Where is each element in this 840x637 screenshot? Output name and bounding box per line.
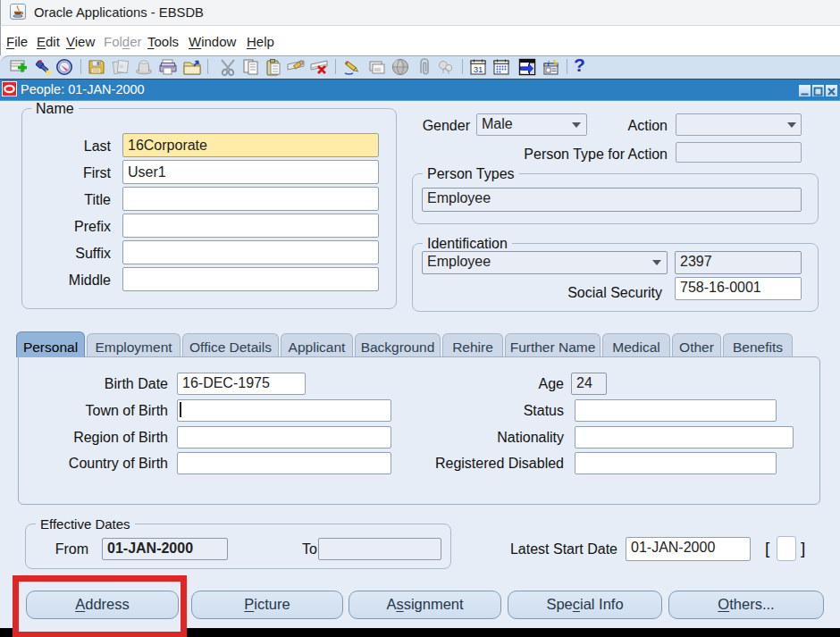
svg-text:31: 31 [474, 64, 483, 74]
